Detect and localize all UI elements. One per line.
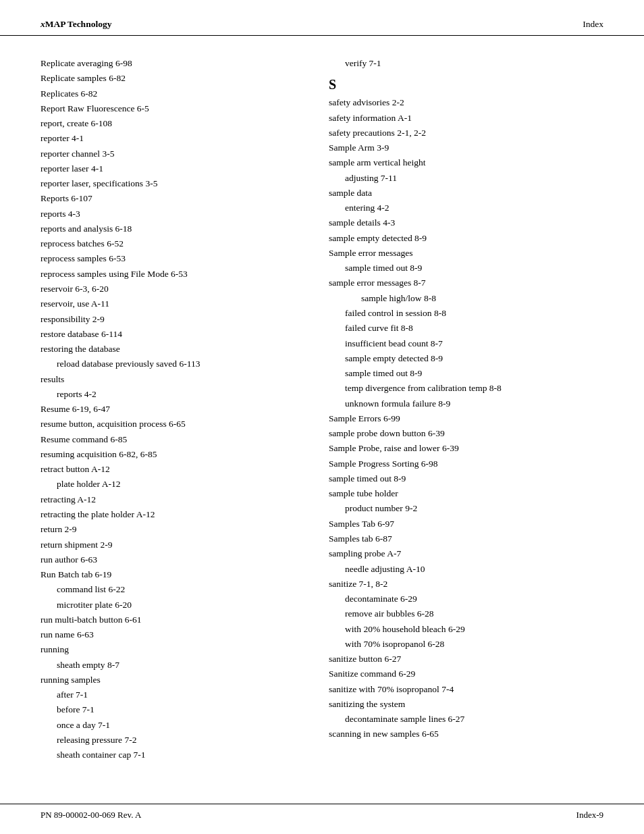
list-item: sanitize with 70% isopropanol 7-4 — [329, 682, 603, 697]
list-item: Report Raw Fluorescence 6-5 — [41, 101, 308, 116]
list-item: Resume 6-19, 6-47 — [41, 402, 308, 417]
list-item: command list 6-22 — [41, 582, 308, 597]
list-item: Samples tab 6-87 — [329, 531, 603, 546]
list-item: remove air bubbles 6-28 — [329, 606, 603, 621]
list-item: reports and analysis 6-18 — [41, 221, 308, 236]
list-item: unknown formula failure 8-9 — [329, 396, 603, 411]
list-item: restoring the database — [41, 342, 308, 357]
list-item: Sample Probe, raise and lower 6-39 — [329, 441, 603, 456]
list-item: return shipment 2-9 — [41, 538, 308, 552]
list-item: run name 6-63 — [41, 627, 308, 642]
list-item: sample data — [329, 186, 603, 201]
list-item: reporter laser 4-1 — [41, 161, 308, 176]
list-item: safety precautions 2-1, 2-2 — [329, 126, 603, 140]
list-item: sample timed out 8-9 — [329, 261, 603, 276]
list-item: running — [41, 642, 308, 657]
left-column: Replicate averaging 6-98Replicate sample… — [41, 56, 322, 762]
list-item: safety advisories 2-2 — [329, 95, 603, 110]
list-item: reprocess samples 6-53 — [41, 251, 308, 266]
list-item: before 7-1 — [41, 702, 308, 717]
list-item: reservoir 6-3, 6-20 — [41, 282, 308, 296]
list-item: scanning in new samples 6-65 — [329, 727, 603, 741]
list-item: releasing pressure 7-2 — [41, 733, 308, 748]
list-item: sample empty detected 8-9 — [329, 231, 603, 246]
list-item: retracting the plate holder A-12 — [41, 507, 308, 522]
list-item: insufficient bead count 8-7 — [329, 336, 603, 351]
list-item: reprocess samples using File Mode 6-53 — [41, 267, 308, 282]
page-footer: PN 89-00002-00-069 Rev. A Index-9 — [0, 804, 644, 834]
list-item: Sample Errors 6-99 — [329, 411, 603, 426]
list-item: failed curve fit 8-8 — [329, 321, 603, 336]
header-title: xMAP Technology — [41, 19, 111, 30]
list-item: reservoir, use A-11 — [41, 296, 308, 311]
footer-part-number: PN 89-00002-00-069 Rev. A — [41, 810, 141, 820]
list-item: temp divergence from calibration temp 8-… — [329, 381, 603, 396]
list-item: reporter laser, specifications 3-5 — [41, 176, 308, 191]
section-letter-s: S — [329, 75, 603, 94]
list-item: results — [41, 372, 308, 387]
list-item: Sanitize command 6-29 — [329, 667, 603, 681]
list-item: resuming acquisition 6-82, 6-85 — [41, 447, 308, 462]
list-item: with 20% household bleach 6-29 — [329, 622, 603, 637]
list-item: sanitize 7-1, 8-2 — [329, 577, 603, 592]
list-item: retracting A-12 — [41, 492, 308, 507]
list-item: run author 6-63 — [41, 552, 308, 567]
right-column: verify 7-1Ssafety advisories 2-2safety i… — [322, 56, 603, 762]
list-item: verify 7-1 — [329, 56, 603, 71]
list-item: restore database 6-114 — [41, 327, 308, 342]
list-item: reports 4-3 — [41, 207, 308, 221]
list-item: failed control in session 8-8 — [329, 306, 603, 321]
list-item: sample empty detected 8-9 — [329, 351, 603, 366]
list-item: plate holder A-12 — [41, 477, 308, 492]
list-item: Replicate averaging 6-98 — [41, 56, 308, 71]
list-item: responsibility 2-9 — [41, 312, 308, 327]
list-item: Replicate samples 6-82 — [41, 71, 308, 86]
list-item: sample tube holder — [329, 486, 603, 501]
list-item: running samples — [41, 673, 308, 687]
list-item: resume button, acquisition process 6-65 — [41, 417, 308, 432]
list-item: sample probe down button 6-39 — [329, 426, 603, 441]
list-item: Reports 6-107 — [41, 191, 308, 206]
list-item: reports 4-2 — [41, 387, 308, 402]
list-item: sanitizing the system — [329, 697, 603, 712]
list-item: sampling probe A-7 — [329, 546, 603, 561]
list-item: sample high/low 8-8 — [329, 291, 603, 306]
list-item: decontaminate 6-29 — [329, 592, 603, 606]
list-item: reprocess batches 6-52 — [41, 236, 308, 251]
list-item: sample arm vertical height — [329, 155, 603, 170]
list-item: Resume command 6-85 — [41, 432, 308, 447]
list-item: decontaminate sample lines 6-27 — [329, 712, 603, 727]
list-item: Sample error messages — [329, 246, 603, 261]
list-item: return 2-9 — [41, 522, 308, 537]
main-content: Replicate averaging 6-98Replicate sample… — [0, 36, 644, 803]
list-item: Sample Arm 3-9 — [329, 140, 603, 155]
list-item: Sample Progress Sorting 6-98 — [329, 457, 603, 471]
list-item: reload database previously saved 6-113 — [41, 357, 308, 371]
header-index: Index — [583, 19, 603, 30]
list-item: report, create 6-108 — [41, 116, 308, 131]
list-item: microtiter plate 6-20 — [41, 598, 308, 613]
list-item: sample details 4-3 — [329, 215, 603, 230]
list-item: Replicates 6-82 — [41, 86, 308, 101]
list-item: adjusting 7-11 — [329, 171, 603, 186]
list-item: sheath container cap 7-1 — [41, 748, 308, 762]
list-item: reporter 4-1 — [41, 131, 308, 146]
list-item: after 7-1 — [41, 687, 308, 702]
footer-page-number: Index-9 — [576, 810, 603, 820]
list-item: sanitize button 6-27 — [329, 652, 603, 667]
list-item: reporter channel 3-5 — [41, 147, 308, 161]
page-header: xMAP Technology Index — [0, 0, 644, 36]
list-item: sheath empty 8-7 — [41, 658, 308, 673]
list-item: safety information A-1 — [329, 111, 603, 126]
list-item: sample error messages 8-7 — [329, 276, 603, 290]
page: xMAP Technology Index Replicate averagin… — [0, 0, 644, 834]
header-italic: x — [41, 19, 45, 29]
list-item: once a day 7-1 — [41, 718, 308, 733]
list-item: Samples Tab 6-97 — [329, 517, 603, 531]
list-item: entering 4-2 — [329, 201, 603, 215]
list-item: needle adjusting A-10 — [329, 562, 603, 577]
list-item: product number 9-2 — [329, 501, 603, 516]
list-item: sample timed out 8-9 — [329, 471, 603, 486]
list-item: sample timed out 8-9 — [329, 366, 603, 381]
list-item: run multi-batch button 6-61 — [41, 613, 308, 627]
